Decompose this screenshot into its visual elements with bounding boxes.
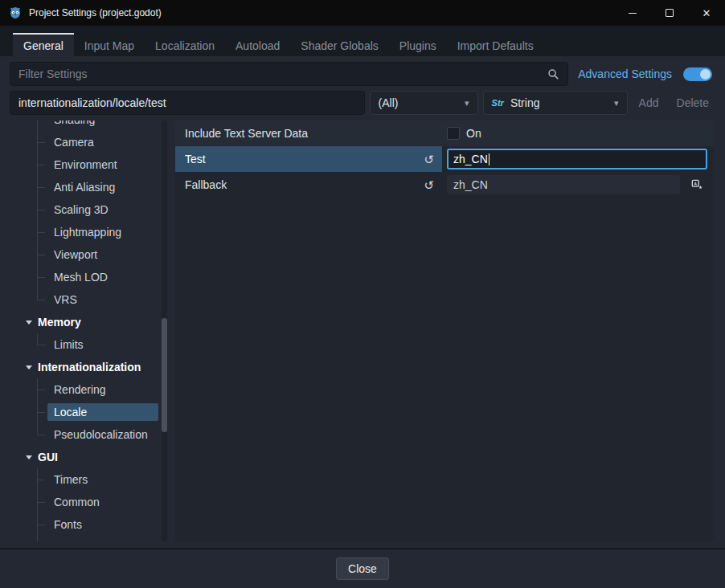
property-row-test: Test ↺ zh_CN	[175, 146, 714, 172]
property-path-input[interactable]: internationalization/locale/test	[10, 91, 365, 115]
tab-autoload[interactable]: Autoload	[225, 33, 290, 56]
tree-item-camera[interactable]: Camera	[10, 131, 167, 153]
property-label: Test	[185, 153, 206, 165]
tree-item-lightmapping[interactable]: Lightmapping	[10, 221, 167, 243]
toggle-knob	[700, 69, 711, 80]
add-button[interactable]: Add	[633, 96, 666, 109]
tree-item-pseudolocalization[interactable]: Pseudolocalization	[10, 423, 167, 446]
chevron-down-icon	[26, 365, 32, 370]
revert-icon[interactable]: ↺	[424, 179, 434, 191]
locale-picker-icon	[691, 179, 702, 190]
advanced-settings-label: Advanced Settings	[578, 67, 672, 80]
string-type-icon: Str	[492, 98, 504, 108]
tab-localization[interactable]: Localization	[145, 33, 225, 56]
tree-item-mesh-lod[interactable]: Mesh LOD	[10, 266, 167, 288]
feature-filter-dropdown[interactable]: (All) ▾	[370, 91, 478, 115]
godot-icon	[8, 6, 23, 20]
type-value: String	[510, 96, 540, 109]
maximize-button[interactable]	[651, 0, 688, 26]
minimize-button[interactable]	[614, 0, 651, 26]
filter-placeholder: Filter Settings	[18, 67, 547, 80]
tree-item-timers[interactable]: Timers	[10, 468, 167, 491]
tab-plugins[interactable]: Plugins	[389, 33, 447, 56]
settings-tabbar: General Input Map Localization Autoload …	[0, 26, 725, 56]
checkbox-on-label: On	[466, 127, 481, 140]
maximize-icon	[666, 9, 674, 17]
chevron-down-icon: ▾	[465, 98, 469, 108]
tree-item-locale[interactable]: Locale	[10, 401, 167, 423]
settings-tree: Shading Camera Environment Anti Aliasing…	[10, 120, 167, 541]
tree-section-memory[interactable]: Memory	[10, 311, 167, 333]
property-label: Fallback	[185, 178, 227, 191]
tree-scrollbar-thumb[interactable]	[162, 318, 167, 432]
tree-item-scaling-3d[interactable]: Scaling 3D	[10, 198, 167, 221]
tree-item-vrs[interactable]: VRS	[10, 288, 167, 311]
chevron-down-icon	[26, 455, 32, 459]
revert-icon[interactable]: ↺	[424, 153, 434, 165]
tree-item-rendering[interactable]: Rendering	[10, 378, 167, 401]
minimize-icon	[629, 13, 637, 14]
close-window-button[interactable]: ✕	[688, 0, 725, 26]
test-value-text: zh_CN	[453, 153, 488, 165]
close-button[interactable]: Close	[336, 557, 389, 580]
property-label: Include Text Server Data	[185, 127, 308, 140]
tree-item-anti-aliasing[interactable]: Anti Aliasing	[10, 176, 167, 198]
filter-row: Filter Settings Advanced Settings	[10, 62, 715, 86]
tree-item-limits[interactable]: Limits	[10, 333, 167, 356]
fallback-value-input[interactable]: zh_CN	[447, 175, 680, 194]
property-bar: internationalization/locale/test (All) ▾…	[10, 91, 715, 115]
tree-item-shading[interactable]: Shading	[10, 120, 167, 131]
tab-shader-globals[interactable]: Shader Globals	[290, 33, 389, 56]
tree-item-common[interactable]: Common	[10, 491, 167, 513]
text-cursor	[489, 153, 489, 165]
type-dropdown[interactable]: Str String ▾	[483, 91, 628, 115]
delete-button[interactable]: Delete	[670, 96, 715, 109]
search-icon	[547, 68, 559, 80]
tab-general[interactable]: General	[13, 33, 74, 56]
feature-filter-value: (All)	[379, 96, 399, 109]
titlebar: Project Settings (project.godot) ✕	[0, 0, 725, 26]
tree-section-gui[interactable]: GUI	[10, 446, 167, 468]
close-icon: ✕	[702, 8, 711, 18]
property-row-fallback: Fallback ↺ zh_CN	[175, 172, 714, 198]
advanced-settings-toggle[interactable]	[683, 67, 712, 81]
tab-import-defaults[interactable]: Import Defaults	[447, 33, 544, 56]
tree-section-internationalization[interactable]: Internationalization	[10, 356, 167, 378]
tree-item-viewport[interactable]: Viewport	[10, 243, 167, 266]
chevron-down-icon: ▾	[614, 98, 619, 108]
fallback-value-text: zh_CN	[453, 178, 488, 191]
window-title: Project Settings (project.godot)	[29, 7, 162, 18]
general-settings-panel: Filter Settings Advanced Settings intern…	[0, 56, 725, 548]
test-value-input[interactable]: zh_CN	[447, 149, 707, 169]
project-settings-window: Project Settings (project.godot) ✕ Gener…	[0, 0, 725, 588]
dialog-footer: Close	[0, 548, 725, 588]
content-area: Shading Camera Environment Anti Aliasing…	[10, 120, 714, 541]
property-path-value: internationalization/locale/test	[18, 96, 166, 109]
tree-item-fonts[interactable]: Fonts	[10, 513, 167, 536]
locale-picker-button[interactable]	[686, 175, 707, 194]
include-text-server-data-checkbox[interactable]	[447, 127, 460, 140]
chevron-down-icon	[26, 321, 32, 325]
tab-input-map[interactable]: Input Map	[74, 33, 145, 56]
tree-item-environment[interactable]: Environment	[10, 153, 167, 176]
tree-item-theme[interactable]: Theme	[10, 536, 167, 541]
filter-settings-input[interactable]: Filter Settings	[10, 62, 568, 86]
properties-panel: Include Text Server Data On Test ↺ zh_C	[175, 120, 714, 541]
property-row-include-text-server-data: Include Text Server Data On	[175, 120, 714, 146]
